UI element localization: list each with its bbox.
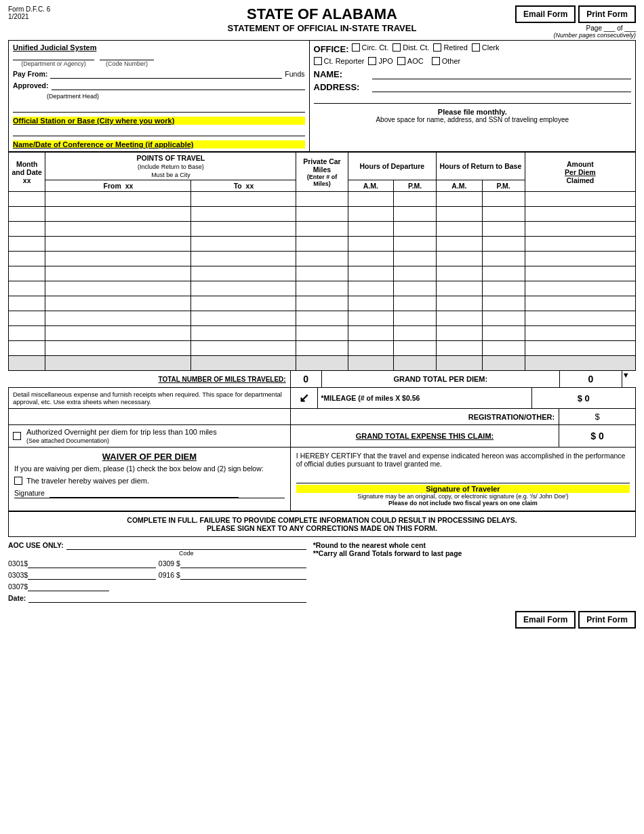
sig-traveler-line <box>296 475 630 483</box>
table-row <box>9 222 636 237</box>
mileage-value[interactable]: $ 0 <box>532 388 635 408</box>
pay-from-label: Pay From: <box>13 70 47 78</box>
approved-field[interactable] <box>52 81 305 90</box>
pay-from-row: Pay From: Funds <box>13 70 305 79</box>
th-miles: Private Car Miles (Enter # of Miles) <box>296 153 348 192</box>
form-version: 1/2021 <box>8 13 144 20</box>
address-field[interactable] <box>372 83 631 92</box>
overnight-checkbox[interactable] <box>13 432 21 440</box>
waiver-text: If you are waiving per diem, please (1) … <box>14 464 285 473</box>
aoc-field-0916: 0916 $ <box>159 571 306 580</box>
mileage-row: Detail miscellaneous expense and furnish… <box>8 388 636 409</box>
table-body <box>9 192 636 371</box>
waiver-section: WAIVER OF PER DIEM If you are waiving pe… <box>8 448 636 511</box>
code-underline <box>100 52 154 60</box>
header: Form D.F.C. 6 1/2021 STATE OF ALABAMA ST… <box>8 5 636 39</box>
print-form-button-bottom[interactable]: Print Form <box>578 611 636 629</box>
reg-inner: REGISTRATION/OTHER: $ <box>291 409 635 424</box>
aoc-date-field[interactable] <box>28 594 306 603</box>
sig-traveler-area: Signature of Traveler Signature may be a… <box>296 475 630 507</box>
top-left: Unified Judicial System (Department or A… <box>9 41 310 151</box>
th-month: Month and Date xx <box>9 153 45 192</box>
dist-ct-checkbox[interactable]: Dist. Ct. <box>393 43 429 52</box>
grand-total-per-diem-value[interactable]: 0 <box>560 371 622 387</box>
email-form-button-bottom[interactable]: Email Form <box>515 611 576 629</box>
page-info: Page ___ of ___ (Number pages consecutiv… <box>553 24 636 39</box>
th-dep-pm: P.M. <box>394 180 437 192</box>
total-miles-label: TOTAL NUMBER OF MILES TRAVELED: <box>8 371 291 387</box>
bottom-btn-row: Email Form Print Form <box>8 611 636 629</box>
th-to: To xx <box>191 180 296 192</box>
top-right: OFFICE: Circ. Ct. Dist. Ct. Retired Cler… <box>310 41 635 151</box>
waiver-right: I HEREBY CERTIFY that the travel and exp… <box>291 448 635 511</box>
aoc-use-only-field[interactable] <box>66 541 306 550</box>
registration-value[interactable]: $ <box>559 409 635 424</box>
conf-underline <box>13 127 305 136</box>
station-underline <box>13 104 305 113</box>
pay-from-field[interactable] <box>50 70 282 79</box>
table-row <box>9 266 636 281</box>
sig-note2: Please do not include two fiscal years o… <box>296 500 630 507</box>
address-row: ADDRESS: <box>314 82 631 92</box>
state-title: STATE OF ALABAMA <box>144 5 500 23</box>
other-checkbox[interactable]: Other <box>432 57 461 65</box>
waiver-traveler-text: The traveler hereby waives per diem. <box>26 477 149 485</box>
th-points: POINTS OF TRAVEL (Include Return to Base… <box>45 153 296 180</box>
aoc-note1: *Round to the nearest whole cent <box>313 541 636 549</box>
print-form-button-top[interactable]: Print Form <box>578 5 636 23</box>
table-header-row1: Month and Date xx POINTS OF TRAVEL (Incl… <box>9 153 636 180</box>
office-checkboxes-row1: Circ. Ct. Dist. Ct. Retired Clerk <box>352 43 500 52</box>
table-row-gray <box>9 356 636 371</box>
overnight-text: Authorized Overnight per diem for trip l… <box>26 428 217 444</box>
waiver-title: WAIVER OF PER DIEM <box>14 452 285 462</box>
please-file: Please file monthly. Above space for nam… <box>314 108 631 123</box>
table-row <box>9 237 636 252</box>
aoc-use-only-label: AOC USE ONLY: <box>8 541 64 549</box>
sig-traveler-label: Signature of Traveler <box>296 485 630 493</box>
waiver-sig-label: Signature <box>14 489 45 497</box>
official-station-label: Official Station or Base (City where you… <box>13 117 305 125</box>
aoc-field-0301: 0301$ <box>8 559 156 568</box>
office-row: OFFICE: Circ. Ct. Dist. Ct. Retired Cler… <box>314 43 631 54</box>
aoc-left: AOC USE ONLY: Code 0301$ 0309 $ 0303$ <box>8 541 306 603</box>
aoc-checkbox[interactable]: AOC <box>397 57 428 65</box>
waiver-checkbox[interactable] <box>14 477 22 485</box>
please-file-sub: Above space for name, address, and SSN o… <box>376 116 569 123</box>
grand-total-section: GRAND TOTAL EXPENSE THIS CLAIM: $ 0 <box>291 425 635 447</box>
page-label: Page ___ of ___ <box>553 24 636 32</box>
page: Form D.F.C. 6 1/2021 STATE OF ALABAMA ST… <box>0 0 644 834</box>
ct-reporter-checkbox[interactable]: Ct. Reporter <box>314 57 365 65</box>
office-label: OFFICE: <box>314 44 349 54</box>
aoc-right: *Round to the nearest whole cent **Carry… <box>313 541 636 603</box>
grand-total-per-diem-label: GRAND TOTAL PER DIEM: <box>322 371 560 387</box>
top-section: Unified Judicial System (Department or A… <box>8 40 636 152</box>
name-addr-section: NAME: ADDRESS: Please file monthly. Abov… <box>314 69 631 123</box>
overnight-grandtotal-row: Authorized Overnight per diem for trip l… <box>8 425 636 448</box>
name-field[interactable] <box>372 71 631 79</box>
aoc-date-row: Date: <box>8 594 306 603</box>
misc-detail-text: Detail miscellaneous expense and furnish… <box>9 388 291 408</box>
total-miles-value[interactable]: 0 <box>291 371 322 387</box>
pay-from-suffix: Funds <box>285 70 304 78</box>
grand-total-expense-value[interactable]: $ 0 <box>559 425 635 447</box>
retired-checkbox[interactable]: Retired <box>433 43 467 52</box>
th-amount: AmountPer DiemClaimed <box>525 153 635 192</box>
certify-text: I HEREBY CERTIFY that the travel and exp… <box>296 452 630 468</box>
jpo-checkbox[interactable]: JPO <box>368 57 393 65</box>
dept-row: (Department or Agency) (Code Number) <box>13 52 305 67</box>
mileage-arrow: ↙ <box>291 388 319 408</box>
table-row <box>9 281 636 296</box>
agency-subtitle: (Department or Agency) <box>21 60 86 67</box>
header-center: STATE OF ALABAMA STATEMENT OF OFFICIAL I… <box>144 5 500 33</box>
clerk-checkbox[interactable]: Clerk <box>472 43 500 52</box>
waiver-sig-line: Signature <box>14 489 285 498</box>
circ-ct-checkbox[interactable]: Circ. Ct. <box>352 43 389 52</box>
aoc-field-0309: 0309 $ <box>159 559 306 568</box>
email-form-button-top[interactable]: Email Form <box>515 5 576 23</box>
consec-label: (Number pages consecutively) <box>553 32 636 39</box>
table-row <box>9 311 636 326</box>
please-file-main: Please file monthly. <box>438 108 507 116</box>
warning-banner: COMPLETE IN FULL. FAILURE TO PROVIDE COM… <box>8 511 636 537</box>
aoc-field-0303: 0303$ <box>8 571 156 580</box>
approved-row: Approved: <box>13 81 305 90</box>
